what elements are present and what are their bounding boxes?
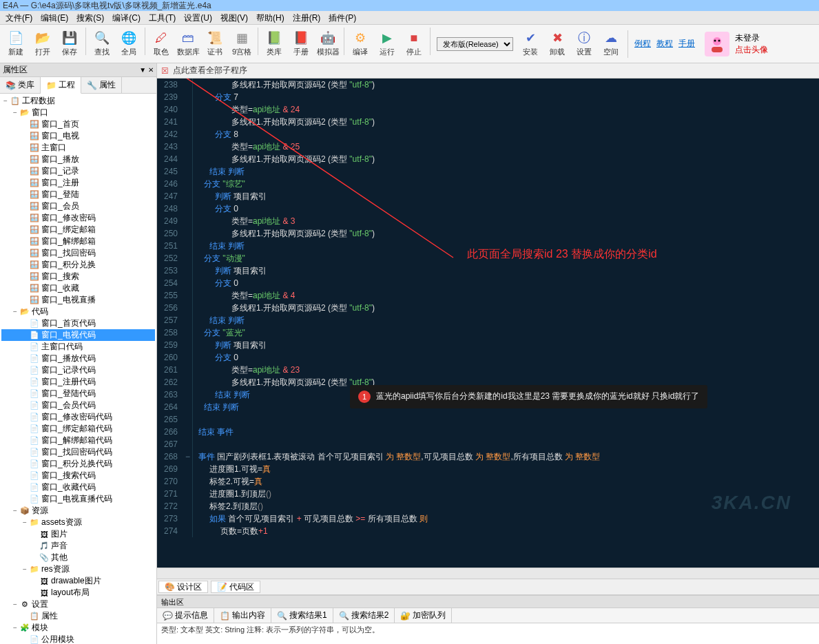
tool-证书[interactable]: 📜证书 xyxy=(202,28,228,61)
tool-设置[interactable]: ⓘ设置 xyxy=(571,28,597,61)
tree-窗口_记录[interactable]: 🪟窗口_记录 xyxy=(1,165,155,177)
menu-编译(C)[interactable]: 编译(C) xyxy=(108,11,145,24)
code-line-266[interactable]: 266结束 事件 xyxy=(157,426,819,438)
tree-窗口_登陆[interactable]: 🪟窗口_登陆 xyxy=(1,189,155,200)
tree-res资源[interactable]: −📁res资源 xyxy=(1,563,155,575)
tree-窗口_电视直播代码[interactable]: 📄窗口_电视直播代码 xyxy=(1,493,155,505)
tree-窗口_会员代码[interactable]: 📄窗口_会员代码 xyxy=(1,399,155,411)
tree-窗口_搜索[interactable]: 🪟窗口_搜索 xyxy=(1,271,155,282)
tree-窗口_登陆代码[interactable]: 📄窗口_登陆代码 xyxy=(1,388,155,399)
tree-其他[interactable]: 📎其他 xyxy=(1,552,155,563)
code-line-270[interactable]: 270标签2.可视=真 xyxy=(157,475,819,488)
tool-取色[interactable]: 🖊取色 xyxy=(148,28,174,61)
tree-资源[interactable]: −📦资源 xyxy=(1,505,155,517)
code-line-273[interactable]: 273如果 首个可见项目索引 + 可见项目总数 >= 所有项目总数 则 xyxy=(157,512,819,525)
tree-图片[interactable]: 🖼图片 xyxy=(1,528,155,540)
tree-窗口_修改密码代码[interactable]: 📄窗口_修改密码代码 xyxy=(1,411,155,423)
code-line-244[interactable]: 244多线程1.开始取网页源码2 (类型 "utf-8") xyxy=(157,153,819,165)
menu-工具(T)[interactable]: 工具(T) xyxy=(145,11,180,24)
tree-窗口_修改密码[interactable]: 🪟窗口_修改密码 xyxy=(1,212,155,224)
tree-窗口_绑定邮箱[interactable]: 🪟窗口_绑定邮箱 xyxy=(1,224,155,236)
tool-编译[interactable]: ⚙编译 xyxy=(347,28,373,61)
tree-drawable图片[interactable]: 🖼drawable图片 xyxy=(1,575,155,587)
tool-类库[interactable]: 📗类库 xyxy=(261,28,287,61)
tree-窗口_绑定邮箱代码[interactable]: 📄窗口_绑定邮箱代码 xyxy=(1,423,155,435)
tree-窗口[interactable]: −📂窗口 xyxy=(1,107,155,118)
tree-窗口_电视代码[interactable]: 📄窗口_电视代码 xyxy=(1,329,155,341)
code-line-241[interactable]: 241多线程1.开始取网页源码2 (类型 "utf-8") xyxy=(157,116,819,128)
code-line-249[interactable]: 249类型=api地址 & 3 xyxy=(157,215,819,227)
tree-窗口_播放代码[interactable]: 📄窗口_播放代码 xyxy=(1,353,155,364)
prop-tab-属性[interactable]: 🔧属性 xyxy=(81,77,122,93)
editor-hint[interactable]: 点此查看全部子程序 xyxy=(173,65,247,76)
code-line-265[interactable]: 265 xyxy=(157,413,819,426)
code-line-268[interactable]: 268−事件 国产剧列表框1.表项被滚动 首个可见项目索引 为 整数型,可见项目… xyxy=(157,450,819,463)
code-line-257[interactable]: 257结束 判断 xyxy=(157,314,819,326)
tree-代码[interactable]: −📂代码 xyxy=(1,306,155,318)
code-line-248[interactable]: 248分支 0 xyxy=(157,202,819,215)
prop-tab-工程[interactable]: 📁工程 xyxy=(41,77,81,94)
tool-查找[interactable]: 🔍查找 xyxy=(89,28,115,61)
menu-视图(V)[interactable]: 视图(V) xyxy=(216,11,252,24)
tree-窗口_积分兑换[interactable]: 🪟窗口_积分兑换 xyxy=(1,259,155,271)
tool-全局[interactable]: 🌐全局 xyxy=(116,28,142,61)
tree-模块[interactable]: −🧩模块 xyxy=(1,622,155,634)
menu-编辑(E)[interactable]: 编辑(E) xyxy=(37,11,72,24)
code-line-267[interactable]: 267 xyxy=(157,438,819,450)
avatar[interactable] xyxy=(705,32,729,56)
output-tab-提示信息[interactable]: 💬提示信息 xyxy=(157,608,214,623)
release-select[interactable]: 发布版(Release) xyxy=(437,37,513,51)
code-line-259[interactable]: 259判断 项目索引 xyxy=(157,339,819,351)
tree-窗口_找回密码[interactable]: 🪟窗口_找回密码 xyxy=(1,247,155,259)
tree-工程数据[interactable]: −📋工程数据 xyxy=(1,95,155,107)
code-line-247[interactable]: 247判断 项目索引 xyxy=(157,190,819,202)
tool-空间[interactable]: ☁空间 xyxy=(598,28,624,61)
tree-窗口_记录代码[interactable]: 📄窗口_记录代码 xyxy=(1,364,155,376)
tree-窗口_首页[interactable]: 🪟窗口_首页 xyxy=(1,118,155,130)
tree-窗口_收藏[interactable]: 🪟窗口_收藏 xyxy=(1,282,155,294)
view-tab-代码区[interactable]: 📝代码区 xyxy=(211,581,260,593)
tool-卸载[interactable]: ✖卸载 xyxy=(544,28,570,61)
link-手册[interactable]: 手册 xyxy=(678,38,695,50)
prop-tab-类库[interactable]: 📚类库 xyxy=(0,77,41,93)
code-line-239[interactable]: 239分支 7 xyxy=(157,91,819,103)
tree-layout布局[interactable]: 🖼layout布局 xyxy=(1,587,155,599)
tree-窗口_会员[interactable]: 🪟窗口_会员 xyxy=(1,200,155,212)
code-line-258[interactable]: 258分支 "蓝光" xyxy=(157,326,819,339)
output-tab-加密队列[interactable]: 🔐加密队列 xyxy=(395,608,452,623)
output-tab-搜索结果2[interactable]: 🔍搜索结果2 xyxy=(333,608,395,623)
code-line-253[interactable]: 253判断 项目索引 xyxy=(157,264,819,277)
tool-打开[interactable]: 📂打开 xyxy=(30,28,56,61)
tree-窗口_解绑邮箱代码[interactable]: 📄窗口_解绑邮箱代码 xyxy=(1,435,155,446)
code-hscroll[interactable] xyxy=(157,568,819,579)
link-例程[interactable]: 例程 xyxy=(634,38,651,50)
tree-窗口_电视[interactable]: 🪟窗口_电视 xyxy=(1,130,155,142)
tree-窗口_注册[interactable]: 🪟窗口_注册 xyxy=(1,177,155,189)
tool-数据库[interactable]: 🗃数据库 xyxy=(175,28,201,61)
code-line-255[interactable]: 255类型=api地址 & 4 xyxy=(157,289,819,302)
login-area[interactable]: 未登录 点击头像 xyxy=(735,32,768,56)
menu-注册(R)[interactable]: 注册(R) xyxy=(289,11,325,24)
code-line-254[interactable]: 254分支 0 xyxy=(157,277,819,289)
tree-主窗口代码[interactable]: 📄主窗口代码 xyxy=(1,341,155,353)
tool-安装[interactable]: ✔安装 xyxy=(517,28,543,61)
tree-窗口_收藏代码[interactable]: 📄窗口_收藏代码 xyxy=(1,481,155,493)
tool-新建[interactable]: 📄新建 xyxy=(3,28,29,61)
menu-搜索(S)[interactable]: 搜索(S) xyxy=(72,11,108,24)
output-tab-搜索结果1[interactable]: 🔍搜索结果1 xyxy=(271,608,333,623)
tree-属性[interactable]: 📋属性 xyxy=(1,610,155,622)
menu-设置(U)[interactable]: 设置(U) xyxy=(180,11,216,24)
tool-运行[interactable]: ▶运行 xyxy=(374,28,400,61)
code-area[interactable]: 238多线程1.开始取网页源码2 (类型 "utf-8")239分支 7240类… xyxy=(157,79,819,568)
view-tab-设计区[interactable]: 🎨设计区 xyxy=(158,581,208,593)
panel-menu-icon[interactable]: ▼ ✕ xyxy=(139,66,154,74)
tree-窗口_电视直播[interactable]: 🪟窗口_电视直播 xyxy=(1,294,155,306)
code-line-269[interactable]: 269进度圈1.可视=真 xyxy=(157,463,819,475)
tool-停止[interactable]: ■停止 xyxy=(401,28,427,61)
code-line-240[interactable]: 240类型=api地址 & 24 xyxy=(157,103,819,116)
code-line-261[interactable]: 261类型=api地址 & 23 xyxy=(157,364,819,376)
tree-公用模块[interactable]: 📄公用模块 xyxy=(1,634,155,644)
code-line-238[interactable]: 238多线程1.开始取网页源码2 (类型 "utf-8") xyxy=(157,79,819,91)
code-line-245[interactable]: 245结束 判断 xyxy=(157,165,819,178)
tree-窗口_找回密码代码[interactable]: 📄窗口_找回密码代码 xyxy=(1,446,155,458)
